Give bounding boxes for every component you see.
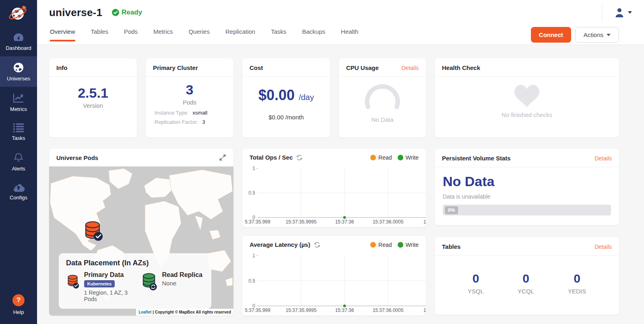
read-replica-value: None xyxy=(162,280,202,287)
refresh-icon[interactable] xyxy=(296,154,303,161)
tab-pods[interactable]: Pods xyxy=(124,25,138,45)
primary-cluster-card: Primary Cluster 3 Pods Instance Type: xs… xyxy=(146,58,233,137)
svg-text:15:37:36: 15:37:36 xyxy=(335,308,354,313)
tab-replication[interactable]: Replication xyxy=(225,25,255,45)
top-header: universe-1 Ready xyxy=(37,0,644,25)
tab-backups[interactable]: Backups xyxy=(302,25,326,45)
svg-text:1: 1 xyxy=(252,166,255,171)
sidebar-item-help[interactable]: ? Help xyxy=(0,289,37,324)
total-ops-chart: 00.515:37:35.99915:37:35.999515:37:3615:… xyxy=(242,164,426,226)
page-title: universe-1 xyxy=(49,6,102,19)
refresh-icon[interactable] xyxy=(314,242,320,248)
persistent-volume-stats-card: Persistent Volume Stats Details No Data … xyxy=(435,149,619,225)
pvs-no-data: No Data xyxy=(443,174,611,189)
chart-legend: Read Write xyxy=(370,154,419,161)
chevron-down-icon xyxy=(607,34,611,36)
sidebar-item-dashboard[interactable]: Dashboard xyxy=(0,27,37,56)
svg-text:0.5: 0.5 xyxy=(248,278,255,284)
ycql-stat: 0 YCQL xyxy=(518,272,534,295)
read-legend-label: Read xyxy=(378,154,392,161)
connect-button[interactable]: Connect xyxy=(531,27,571,43)
leaflet-link[interactable]: Leaflet xyxy=(138,310,151,314)
tab-metrics[interactable]: Metrics xyxy=(153,25,173,45)
help-label: Help xyxy=(13,309,24,315)
map-attribution: Leaflet | Copyright © MapBox All rights … xyxy=(136,309,233,316)
tables-details-link[interactable]: Details xyxy=(594,244,612,250)
chevron-down-icon xyxy=(628,11,632,14)
planet-rocket-logo-icon xyxy=(8,2,29,24)
card-title: Info xyxy=(56,64,68,71)
read-replica-block: Read Replica None xyxy=(140,271,204,302)
gauge-icon xyxy=(13,33,24,42)
actions-button[interactable]: Actions xyxy=(575,27,619,43)
cpu-details-link[interactable]: Details xyxy=(401,65,419,71)
write-legend-dot xyxy=(398,242,403,248)
read-legend-dot xyxy=(370,242,376,248)
pvs-percent-chip: 0% xyxy=(445,206,458,214)
sidebar-item-universes[interactable]: Universes xyxy=(0,56,37,87)
kubernetes-badge: Kubernetes xyxy=(84,280,115,287)
check-circle-icon xyxy=(112,9,119,16)
world-map[interactable]: Data Placement (In AZs) xyxy=(49,166,233,316)
svg-text:5:37:35.999: 5:37:35.999 xyxy=(245,308,270,313)
ysql-stat: 0 YSQL xyxy=(468,272,484,295)
user-menu[interactable] xyxy=(614,7,632,18)
card-title: Tables xyxy=(442,243,460,250)
status-text: Ready xyxy=(122,8,142,16)
average-latency-chart: 00.515:37:35.99915:37:35.999515:37:3615:… xyxy=(242,252,426,314)
app-logo[interactable] xyxy=(0,0,37,27)
pvs-sub-text: Data is unavailable xyxy=(443,193,611,200)
card-title: Average Latency (µs) xyxy=(250,241,310,248)
svg-text:15:37:35.9995: 15:37:35.9995 xyxy=(286,219,317,225)
expand-map-button[interactable] xyxy=(219,154,226,161)
pvs-details-link[interactable]: Details xyxy=(594,155,612,162)
sidebar-spacer xyxy=(0,206,37,289)
sidebar-item-label: Dashboard xyxy=(6,45,31,51)
sidebar-item-configs[interactable]: Configs xyxy=(0,177,37,206)
ysql-label: YSQL xyxy=(468,288,484,295)
sidebar-item-metrics[interactable]: Metrics xyxy=(0,87,37,117)
instance-type-label: Instance Type: xyxy=(155,110,188,116)
read-replica-label: Read Replica xyxy=(162,271,202,279)
sidebar-item-label: Alerts xyxy=(12,166,25,172)
write-legend-dot xyxy=(398,155,403,160)
cost-per-day: $0.00 xyxy=(258,87,295,103)
version-value: 2.5.1 xyxy=(78,86,108,100)
heart-icon xyxy=(514,85,539,107)
info-card: Info 2.5.1 Version xyxy=(49,58,137,137)
primary-data-block: Primary Data Kubernetes 1 Region, 1 AZ, … xyxy=(66,271,130,302)
tab-tables[interactable]: Tables xyxy=(91,25,108,45)
gauge-arc-icon xyxy=(358,83,407,112)
sidebar-item-tasks[interactable]: Tasks xyxy=(0,117,37,146)
replication-factor-value: 3 xyxy=(202,119,205,125)
sidebar-item-label: Metrics xyxy=(10,106,27,112)
average-latency-card: Average Latency (µs) Read Write 00. xyxy=(242,236,426,316)
attribution-text: | Copyright © MapBox All rights reserved xyxy=(153,310,231,314)
svg-text:1: 1 xyxy=(252,253,255,258)
tab-overview[interactable]: Overview xyxy=(50,25,75,45)
health-no-checks: No finished checks xyxy=(502,111,552,118)
tab-health[interactable]: Health xyxy=(341,25,358,45)
pods-count: 3 xyxy=(186,82,194,97)
sidebar-item-label: Configs xyxy=(10,195,27,201)
replication-factor-label: Replication Factor: xyxy=(155,119,198,125)
card-title: Health Check xyxy=(442,64,480,71)
instance-type-value: xsmall xyxy=(192,110,207,116)
sidebar-item-label: Tasks xyxy=(12,135,25,141)
tab-queries[interactable]: Queries xyxy=(188,25,210,45)
cost-card: Cost $0.00 /day $0.00 /month xyxy=(242,58,330,137)
expand-icon xyxy=(219,154,226,161)
svg-text:15:37:35.9995: 15:37:35.9995 xyxy=(286,308,317,313)
svg-text:15:37:36: 15:37:36 xyxy=(335,219,354,225)
cpu-no-data: No Data xyxy=(371,116,393,123)
write-legend-label: Write xyxy=(406,154,419,161)
chart-line-icon xyxy=(13,93,24,103)
yedis-count: 0 xyxy=(574,272,580,285)
sidebar-item-alerts[interactable]: Alerts xyxy=(0,146,37,177)
tables-card: Tables Details 0 YSQL 0 YCQL 0 xyxy=(435,237,619,315)
tab-tasks[interactable]: Tasks xyxy=(271,25,286,45)
yedis-label: YEDIS xyxy=(568,288,586,295)
read-legend-label: Read xyxy=(378,242,392,248)
read-legend-dot xyxy=(370,155,376,160)
data-placement-panel: Data Placement (In AZs) xyxy=(59,253,211,309)
